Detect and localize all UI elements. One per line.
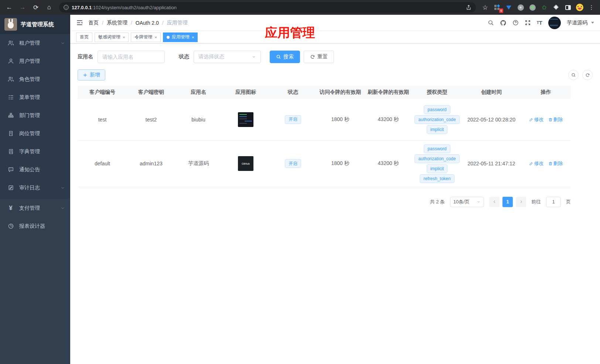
extension-recorder-icon[interactable] [528, 3, 537, 12]
close-tab-icon[interactable]: × [192, 35, 194, 40]
sidebar-item-字典管理[interactable]: 字典管理 [0, 142, 70, 161]
share-icon[interactable] [466, 5, 471, 10]
address-bar[interactable]: ⓘ 127.0.0.1:1024/system/oauth2/oauth2/ap… [59, 2, 476, 13]
cell-grant-types: passwordauthorization_codeimplicit [412, 99, 462, 140]
breadcrumb-item: 应用管理 [167, 20, 188, 26]
sidebar-menu-bottom: ¥支付管理报表设计器 [0, 199, 70, 364]
tab-label: 应用管理 [172, 34, 190, 40]
cell-access-token-validity: 1800 秒 [316, 140, 364, 187]
cell-app-icon: GitHub [222, 140, 270, 187]
header-search-icon[interactable] [488, 20, 494, 26]
toggle-search-icon[interactable] [568, 70, 579, 80]
tab-敏感词管理[interactable]: 敏感词管理× [95, 32, 129, 42]
chevron-down-icon [252, 55, 256, 59]
audit-log-icon [8, 185, 14, 191]
cell-actions[interactable]: 修改删除 [521, 140, 571, 187]
sidebar-item-部门管理[interactable]: 部门管理 [0, 106, 70, 124]
sidebar-item-岗位管理[interactable]: 岗位管理 [0, 124, 70, 142]
sidebar-item-租户管理[interactable]: 租户管理 [0, 34, 70, 52]
tab-应用管理[interactable]: 应用管理× [163, 32, 198, 42]
browser-home-icon[interactable]: ⌂ [44, 2, 55, 13]
extensions-puzzle-icon[interactable] [551, 3, 561, 12]
github-icon[interactable] [500, 20, 507, 26]
app-name-input[interactable] [98, 51, 165, 63]
sidebar-item-审计日志[interactable]: 审计日志 [0, 179, 70, 197]
app-logo[interactable]: 芋道管理系统 [0, 15, 70, 34]
column-header: 状态 [270, 86, 316, 99]
next-page-button[interactable] [516, 197, 526, 207]
search-button[interactable]: 搜索 [270, 51, 300, 63]
breadcrumb-item[interactable]: 首页 [88, 20, 99, 26]
breadcrumb-item[interactable]: 系统管理 [107, 20, 127, 26]
edit-link[interactable]: 修改 [529, 116, 544, 123]
cell-actions[interactable]: 修改删除 [521, 99, 571, 140]
cell-client-secret: admin123 [127, 140, 175, 187]
cell-status: 开启 [270, 99, 316, 140]
app-name-label: 应用名 [78, 54, 93, 60]
sidebar-menu: 租户管理用户管理角色管理菜单管理部门管理岗位管理字典管理通知公告审计日志OAut… [0, 34, 70, 199]
user-menu-caret-icon[interactable] [591, 22, 594, 24]
app-title: 芋道管理系统 [21, 21, 54, 28]
add-button[interactable]: 新增 [78, 69, 105, 80]
dict-icon [8, 148, 14, 155]
tab-首页[interactable]: 首页 [76, 32, 92, 42]
column-header: 客户端编号 [78, 86, 127, 99]
browser-profile-avatar[interactable] [575, 3, 584, 12]
browser-back-icon[interactable]: ← [4, 2, 15, 13]
grant-type-tag: password [424, 105, 450, 114]
browser-forward-icon[interactable]: → [17, 2, 28, 13]
close-tab-icon[interactable]: × [123, 35, 125, 40]
prev-page-button[interactable] [489, 197, 500, 207]
sidebar-item-报表设计器[interactable]: 报表设计器 [0, 217, 70, 235]
tab-令牌管理[interactable]: 令牌管理× [131, 32, 160, 42]
roles-icon [8, 76, 14, 82]
cell-client-id: test [78, 99, 127, 140]
extension-gem-icon[interactable] [504, 3, 514, 12]
extension-tabs-icon[interactable]: 9 [492, 3, 502, 12]
sidebar-item-通知公告[interactable]: 通知公告 [0, 161, 70, 179]
tab-label: 首页 [80, 34, 89, 40]
font-size-icon[interactable]: TT [537, 20, 542, 26]
goto-page-input[interactable] [546, 197, 561, 207]
browser-menu-icon[interactable]: ⋮ [587, 3, 596, 12]
browser-reload-icon[interactable]: ⟳ [30, 2, 41, 13]
sidebar-item-label: 用户管理 [19, 58, 65, 65]
delete-link[interactable]: 删除 [548, 160, 563, 167]
logo-avatar [4, 18, 17, 31]
sidebar-item-用户管理[interactable]: 用户管理 [0, 52, 70, 70]
page-number-button[interactable]: 1 [502, 197, 513, 207]
column-header: 授权类型 [412, 86, 462, 99]
pagination: 共 2 条 10条/页 1 前往 [78, 197, 571, 207]
edit-link[interactable]: 修改 [529, 160, 544, 167]
sidebar-item-角色管理[interactable]: 角色管理 [0, 70, 70, 88]
chevron-down-icon [61, 41, 65, 45]
goto-label: 前往 [531, 199, 541, 205]
sidebar-item-支付管理[interactable]: ¥支付管理 [0, 199, 70, 217]
close-tab-icon[interactable]: × [154, 35, 157, 40]
pagination-total: 共 2 条 [430, 199, 445, 205]
site-info-icon[interactable]: ⓘ [64, 5, 69, 10]
breadcrumb-separator: / [102, 20, 103, 26]
breadcrumb-item[interactable]: OAuth 2.0 [136, 20, 159, 26]
sidebar-item-label: 审计日志 [19, 185, 55, 191]
extension-star-icon[interactable]: ✩ [539, 3, 549, 12]
cell-refresh-token-validity: 43200 秒 [364, 140, 412, 187]
delete-link[interactable]: 删除 [548, 116, 563, 123]
extension-circle-icon[interactable]: ✳ [516, 3, 525, 12]
breadcrumb: 首页/系统管理/OAuth 2.0/应用管理 [88, 20, 188, 26]
fullscreen-icon[interactable] [525, 20, 531, 26]
status-tag: 开启 [285, 159, 301, 168]
table-row: defaultadmin123芋道源码GitHub开启1800 秒43200 秒… [78, 140, 571, 187]
help-icon[interactable] [512, 20, 519, 26]
page-size-select[interactable]: 10条/页 [450, 197, 484, 207]
bookmark-star-icon[interactable]: ☆ [480, 3, 490, 12]
user-avatar[interactable] [548, 17, 561, 29]
side-panel-icon[interactable] [563, 3, 573, 12]
refresh-table-icon[interactable] [582, 70, 593, 80]
reset-button[interactable]: 重置 [304, 51, 334, 63]
sidebar-item-菜单管理[interactable]: 菜单管理 [0, 88, 70, 106]
grant-type-tag: authorization_code [415, 115, 459, 124]
filter-form: 应用名 状态 请选择状态 搜索 重置 [78, 50, 593, 63]
status-select[interactable]: 请选择状态 [194, 51, 261, 63]
sidebar-collapse-icon[interactable] [76, 19, 83, 26]
